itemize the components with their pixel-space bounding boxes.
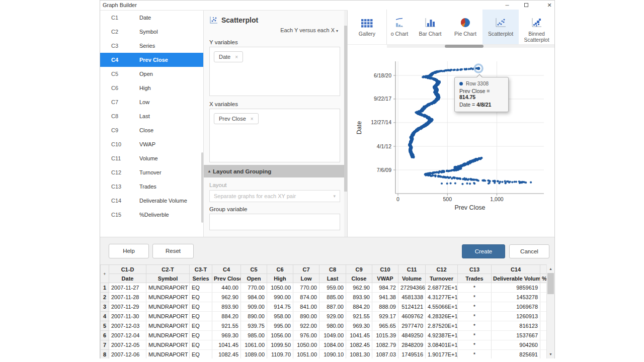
y-variables-box[interactable]: Date× [209,47,340,96]
columns-panel-scrollbar[interactable] [201,152,203,223]
gallery-scrollbar-thumb[interactable] [445,45,484,48]
worksheet-cell[interactable]: 1056.00 [267,331,293,340]
worksheet-cell[interactable]: 1069678 [492,302,540,312]
gallery-item-o-chart[interactable]: o Chart [387,10,412,44]
worksheet-cell[interactable]: 888.09 [372,302,398,312]
worksheet-cell[interactable]: 1049.00 [319,331,346,340]
worksheet-cell[interactable]: 27294366 [398,283,426,293]
col-header-c13[interactable]: C13 [458,265,492,274]
worksheet-cell[interactable] [540,293,547,302]
worksheet-cell[interactable]: 1537667 [492,331,540,340]
group-variable-box[interactable] [209,214,340,230]
scroll-up-icon[interactable]: ▲ [547,265,554,273]
worksheet-cell[interactable]: 1089.00 [241,350,267,359]
worksheet-cell[interactable]: MUNDRAPORT [146,340,190,350]
worksheet-cell[interactable]: 958.00 [267,312,293,321]
worksheet-cell[interactable]: EQ [190,302,212,312]
column-item-c6[interactable]: C6High [100,81,203,95]
scatterplot-preview[interactable]: 6/18/209/22/1712/27/144/1/127/6/0905001,… [348,48,554,216]
col-name-header[interactable]: Date [109,274,146,283]
worksheet-cell[interactable]: MUNDRAPORT [146,312,190,321]
worksheet-cell[interactable]: MUNDRAPORT [146,350,190,359]
worksheet-cell[interactable]: 939.75 [241,321,267,331]
worksheet-cell[interactable]: * [458,293,492,302]
create-button[interactable]: Create [462,244,505,258]
worksheet-cell[interactable]: 1061.00 [241,340,267,350]
worksheet-cell[interactable]: 874.00 [293,293,319,302]
worksheet-cell[interactable]: * [458,350,492,359]
chip-remove-icon[interactable]: × [235,54,238,60]
worksheet-cell[interactable]: MUNDRAPORT [146,293,190,302]
column-item-c5[interactable]: C5Open [100,67,203,81]
worksheet-cell[interactable]: 2007-11-30 [109,312,146,321]
worksheet-cell[interactable]: 904260 [492,340,540,350]
worksheet-cell[interactable]: 770.00 [293,283,319,293]
worksheet-cell[interactable]: 995.00 [267,321,293,331]
worksheet-cell[interactable]: 825691 [492,350,540,359]
worksheet-cell[interactable]: 2.87520E+14 [426,321,458,331]
column-item-c1[interactable]: C1Date [100,11,203,25]
worksheet-cell[interactable] [540,340,547,350]
worksheet-cell[interactable]: 1082.45 [346,340,372,350]
worksheet-cell[interactable]: 890.00 [241,312,267,321]
col-header-c3-t[interactable]: C3-T [190,265,212,274]
cancel-button[interactable]: Cancel [509,244,549,258]
worksheet-cell[interactable]: 1453278 [492,293,540,302]
worksheet-cell[interactable]: 5124121 [398,302,426,312]
worksheet-cell[interactable]: 2.68772E+15 [426,283,458,293]
x-variable-chip[interactable]: Prev Close× [214,113,259,124]
worksheet-cell[interactable]: 922.00 [293,321,319,331]
worksheet-cell[interactable]: 770.00 [241,283,267,293]
worksheet-cell[interactable]: 4581338 [398,293,426,302]
minimize-icon[interactable]: ─ [502,1,513,10]
worksheet-cell[interactable]: 893.90 [346,293,372,302]
col-name-header[interactable]: Symbol [146,274,190,283]
worksheet-cell[interactable] [540,350,547,359]
worksheet-cell[interactable]: 4.92387E+14 [426,331,458,340]
worksheet-cell[interactable]: 887.00 [319,302,346,312]
col-header-c2-t[interactable]: C2-T [146,265,190,274]
row-number[interactable]: 5 [101,321,109,331]
worksheet-corner-cell[interactable]: + [101,265,109,283]
worksheet-cell[interactable]: 962.90 [212,293,241,302]
worksheet-cell[interactable]: * [458,321,492,331]
worksheet-cell[interactable]: EQ [190,293,212,302]
worksheet-cell[interactable]: 1087.03 [372,350,398,359]
col-header-c9[interactable]: C9 [346,265,372,274]
worksheet-cell[interactable]: * [458,283,492,293]
column-item-c12[interactable]: C12Turnover [100,165,203,179]
worksheet-cell[interactable]: 984.00 [241,293,267,302]
mode-selector[interactable]: Each Y versus each X▾ [280,27,338,33]
worksheet-cell[interactable]: 4.28326E+14 [426,312,458,321]
col-name-header[interactable]: VWAP [372,274,398,283]
worksheet-cell[interactable]: 4.31277E+14 [426,293,458,302]
help-button[interactable]: Help [109,244,149,258]
col-header-c1-d[interactable]: C1-D [109,265,146,274]
worksheet-cell[interactable]: 1084.00 [319,340,346,350]
worksheet-cell[interactable]: 1041.45 [346,331,372,340]
worksheet-cell[interactable]: 1.90177E+14 [426,350,458,359]
worksheet-cell[interactable]: 969.30 [212,331,241,340]
col-name-header[interactable]: Trades [458,274,492,283]
x-variables-box[interactable]: Prev Close× [209,109,340,162]
worksheet-cell[interactable]: 2007-11-29 [109,302,146,312]
worksheet-scrollbar[interactable]: ▲ ▼ [546,264,554,358]
worksheet-cell[interactable]: MUNDRAPORT [146,283,190,293]
worksheet-cell[interactable]: 816123 [492,321,540,331]
worksheet-cell[interactable]: 4609762 [398,312,426,321]
row-number[interactable]: 7 [101,340,109,350]
col-header-c12[interactable]: C12 [426,265,458,274]
worksheet-cell[interactable]: 841.00 [293,302,319,312]
col-name-header[interactable]: Close [346,274,372,283]
gallery-item-scatterplot[interactable]: Scatterplot [482,10,519,44]
worksheet-cell[interactable]: 1015.39 [372,331,398,340]
layout-select[interactable]: Separate graphs for each XY pair ▾ [209,190,340,202]
worksheet-cell[interactable] [540,283,547,293]
gallery-item-pie-chart[interactable]: Pie Chart [448,10,482,44]
worksheet-cell[interactable]: 885.00 [319,293,346,302]
col-name-header[interactable]: Prev Close [212,274,241,283]
worksheet-cell[interactable]: 1082.45 [212,350,241,359]
worksheet-cell[interactable]: 2007-12-06 [109,350,146,359]
worksheet-cell[interactable]: 1109.70 [267,350,293,359]
worksheet-cell[interactable]: 890.00 [293,312,319,321]
